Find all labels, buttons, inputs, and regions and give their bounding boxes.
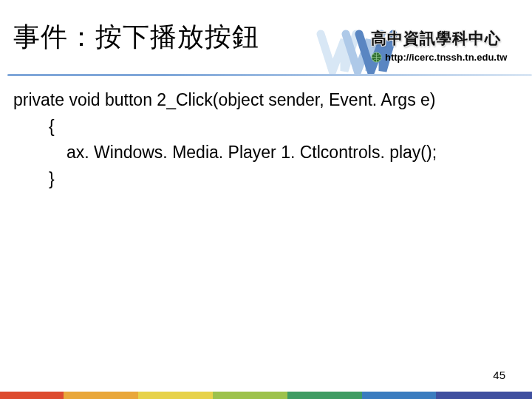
code-line-2: {: [13, 114, 517, 140]
bottom-color-stripe: [0, 392, 532, 399]
brand-url-row: http://icerc.tnssh.tn.edu.tw: [371, 52, 532, 63]
code-line-4: }: [13, 166, 517, 193]
header-brand-block: 高中資訊學科中心 http://icerc.tnssh.tn.edu.tw: [371, 28, 532, 63]
slide-header: 事件：按下播放按鈕 高中資訊學科中心 http://icerc.tnssh.tn…: [0, 0, 532, 74]
header-divider: [7, 74, 532, 76]
brand-text: 高中資訊學科中心: [371, 28, 532, 49]
globe-icon: [371, 52, 382, 63]
slide: 事件：按下播放按鈕 高中資訊學科中心 http://icerc.tnssh.tn…: [0, 0, 532, 399]
brand-url: http://icerc.tnssh.tn.edu.tw: [385, 52, 507, 63]
code-block: private void button 2_Click(object sende…: [13, 87, 517, 193]
slide-title: 事件：按下播放按鈕: [13, 19, 259, 55]
code-line-1: private void button 2_Click(object sende…: [13, 87, 517, 114]
page-number: 45: [493, 369, 505, 381]
code-line-3: ax. Windows. Media. Player 1. Ctlcontrol…: [13, 140, 517, 166]
